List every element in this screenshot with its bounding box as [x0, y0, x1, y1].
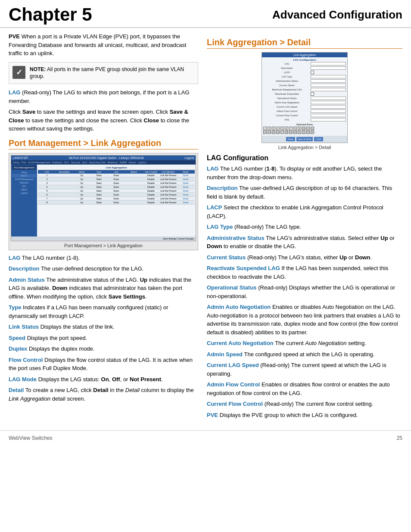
row7-detail[interactable]: Detail — [177, 197, 194, 200]
lacp-checkbox[interactable] — [311, 71, 314, 74]
chapter-title: Chapter 5 — [9, 4, 206, 25]
row4-member: Link Not Present — [160, 186, 177, 188]
pm-body: Port Management Setup Port 1 VLAN Manage… — [11, 165, 196, 236]
pve-detail-value[interactable] — [311, 118, 346, 121]
row5-detail[interactable]: Detail — [177, 190, 194, 192]
port-cb-4[interactable]: 4 — [276, 127, 280, 130]
row6-lag: 6 — [39, 193, 55, 196]
pm-sidebar-item7: LogOut — [12, 191, 36, 195]
table-row: 7 Up Static Down Disable Link Not Presen… — [38, 197, 195, 201]
port-cb-7[interactable]: 7 — [289, 127, 293, 130]
row4-desc — [56, 186, 72, 188]
port-cb-24[interactable]: 24 — [311, 131, 314, 134]
desc-field-value[interactable] — [311, 66, 346, 70]
row1-detail[interactable]: Detail — [177, 174, 194, 177]
row4-detail[interactable]: Detail — [177, 186, 194, 188]
admin-autoneg-value[interactable] — [311, 101, 346, 104]
admin-flow-term: Admin Flow Control Enables or disables f… — [207, 380, 402, 397]
port-cb-10[interactable]: 10 — [302, 127, 305, 130]
port-cb-19[interactable]: 19 — [289, 131, 293, 134]
nav-statistics: Statistics — [52, 161, 62, 164]
detail-form-row-lag-speed: Current LAG Speed — [263, 105, 346, 109]
save-close-button[interactable]: Save & Close — [296, 137, 313, 141]
port-cb-16[interactable]: 16 — [276, 131, 280, 134]
nav-security: Security — [71, 161, 81, 164]
admin-autoneg-label: Admin Auto Negotiation — [263, 101, 311, 104]
admin-flow-value[interactable] — [311, 109, 346, 113]
pm-content: Link Aggregation LAG Description Admin T… — [37, 165, 196, 236]
reactivate-checkbox[interactable] — [311, 92, 314, 96]
port-row-2: 13 14 15 16 17 18 19 20 21 22 23 24 — [263, 131, 346, 134]
port-cb-17[interactable]: 17 — [280, 131, 284, 134]
row6-speed — [125, 193, 142, 196]
admin-status-term: Admin Status The administrative status o… — [9, 276, 198, 301]
lag-mode-label: LAG Mode — [9, 376, 37, 383]
row4-lag: 4 — [39, 186, 55, 188]
port-cb-23[interactable]: 23 — [306, 131, 310, 134]
row8-flow: Disable — [143, 201, 159, 204]
row3-detail[interactable]: Detail — [177, 182, 194, 184]
current-flow-text: (Read-only) The current flow control set… — [265, 401, 374, 407]
row8-detail[interactable]: Detail — [177, 201, 194, 204]
row4-flow: Disable — [143, 186, 159, 188]
row1-lag: 1 — [39, 174, 55, 177]
lacp-field-label: LACP — [263, 71, 311, 74]
page-header: Chapter 5 Advanced Configuration — [0, 0, 411, 28]
pm-sidebar-title: Port Management — [12, 165, 36, 170]
table-row: 1 Up Static Down Disable Link Not Presen… — [38, 174, 195, 177]
port-cb-21[interactable]: 21 — [298, 131, 301, 134]
current-status-label: Current Status — [207, 254, 246, 261]
reset-button[interactable]: Reset — [286, 137, 295, 141]
port-cb-1[interactable]: 1 — [263, 127, 267, 130]
row4-link: Down — [108, 186, 125, 188]
row5-desc — [56, 190, 72, 192]
row7-flow: Disable — [143, 197, 159, 200]
row5-admin: Up — [73, 190, 90, 192]
detail-caption: Link Aggregation > Detail — [207, 145, 402, 150]
port-cb-9[interactable]: 9 — [298, 127, 301, 130]
port-cb-11[interactable]: 11 — [306, 127, 310, 130]
admin-speed-term: Admin Speed The configured speed at whic… — [207, 350, 402, 359]
detail-screenshot-wrapper: Link Aggregation LAG Configuration LAG D… — [207, 52, 402, 150]
pm-sidebar-item2: Port 1 — [12, 174, 36, 177]
lacp-text: Select the checkbox to enable Link Aggre… — [207, 204, 383, 219]
pm-nav: Setup Port VLAN Management Statistics AC… — [11, 160, 196, 165]
right-desc-term: Description The user-defined LAG descrip… — [207, 184, 402, 201]
pm-sidebar-item6: Admin — [12, 188, 36, 191]
row6-detail[interactable]: Detail — [177, 193, 194, 196]
nav-vlan: VLAN Management — [28, 161, 50, 164]
operational-label: Operational Status — [207, 284, 257, 291]
port-cb-14[interactable]: 14 — [268, 131, 271, 134]
port-cb-20[interactable]: 20 — [293, 131, 297, 134]
close-button[interactable]: Close — [314, 137, 323, 141]
row2-link: Down — [108, 178, 125, 180]
port-cb-3[interactable]: 3 — [272, 127, 275, 130]
current-auto-neg-text: The current Auto Negotiation setting. — [275, 340, 366, 346]
row8-desc — [56, 201, 72, 204]
row2-detail[interactable]: Detail — [177, 178, 194, 180]
port-cb-15[interactable]: 15 — [272, 131, 275, 134]
port-cb-13[interactable]: 13 — [263, 131, 267, 134]
current-lag-speed-label: Current LAG Speed — [207, 362, 259, 368]
detail-form-row-current-flow: Current Flow Control — [263, 114, 346, 117]
admin-status-field-label: Administration Status — [263, 80, 311, 82]
port-cb-8[interactable]: 8 — [293, 127, 297, 130]
admin-status-field-value[interactable] — [311, 79, 346, 83]
row1-desc — [56, 174, 72, 177]
port-cb-12[interactable]: 12 — [311, 127, 314, 130]
detail-form-row-autoneg: Admin Auto Negotiation — [263, 101, 346, 104]
detail-ports: Selected Ports 1 2 3 4 5 6 7 8 9 10 — [263, 123, 346, 134]
port-cb-2[interactable]: 2 — [268, 127, 271, 130]
port-cb-18[interactable]: 18 — [285, 131, 288, 134]
port-cb-5[interactable]: 5 — [280, 127, 284, 130]
lag-type-term-label: LAG Type — [207, 224, 233, 230]
port-cb-6[interactable]: 6 — [285, 127, 288, 130]
row7-desc — [56, 197, 72, 200]
lag-type-label: LAG Type — [263, 75, 311, 78]
port-cb-22[interactable]: 22 — [302, 131, 305, 134]
right-lag-term: LAG The LAG number (1-8). To display or … — [207, 165, 402, 181]
pve-intro: PVE When a port is a Private VLAN Edge (… — [9, 32, 198, 58]
detail-form: LAG Configuration LAG Description LACP — [262, 57, 347, 136]
lag-field-value[interactable] — [311, 62, 346, 65]
description-term: Description The user-defined description… — [9, 264, 198, 273]
